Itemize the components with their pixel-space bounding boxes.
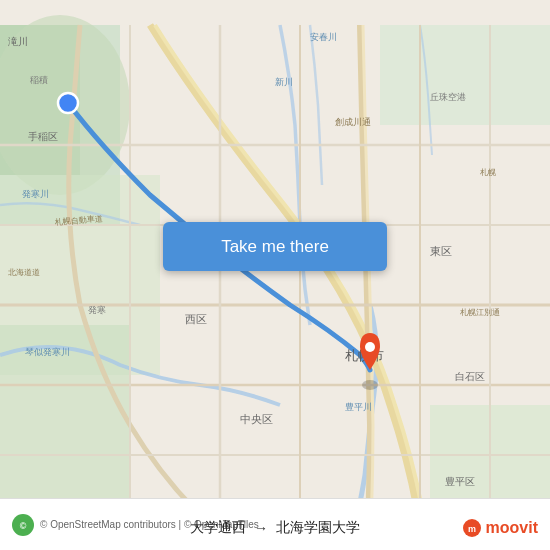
svg-text:発寒川: 発寒川 (22, 189, 49, 199)
svg-text:札幌: 札幌 (480, 168, 496, 177)
moovit-icon: m (462, 518, 482, 538)
svg-text:丘珠空港: 丘珠空港 (430, 92, 466, 102)
svg-text:稲積: 稲積 (30, 75, 48, 85)
map-container: 滝川 稲積 手稲区 発寒川 札幌自動車道 北海道道 西区 中央区 発寒 琴似発寒… (0, 0, 550, 550)
svg-text:北海道道: 北海道道 (8, 268, 40, 277)
svg-text:豊平川: 豊平川 (345, 402, 372, 412)
svg-text:創成川通: 創成川通 (335, 117, 371, 127)
moovit-logo: m moovit (462, 518, 538, 538)
svg-text:m: m (468, 524, 476, 534)
svg-text:白石区: 白石区 (455, 371, 485, 382)
svg-text:安春川: 安春川 (310, 32, 337, 42)
svg-text:発寒: 発寒 (88, 305, 106, 315)
from-station: 大学通西 (190, 519, 246, 537)
svg-text:中央区: 中央区 (240, 413, 273, 425)
route-info: 大学通西 → 北海学園大学 (190, 519, 360, 537)
svg-rect-5 (380, 25, 550, 125)
svg-text:東区: 東区 (430, 245, 452, 257)
svg-text:豊平区: 豊平区 (445, 476, 475, 487)
svg-point-38 (58, 93, 78, 113)
svg-text:琴似発寒川: 琴似発寒川 (25, 347, 70, 357)
take-me-there-button[interactable]: Take me there (163, 222, 387, 271)
osm-logo: © (12, 514, 34, 536)
svg-text:手稲区: 手稲区 (28, 131, 58, 142)
svg-text:滝川: 滝川 (8, 36, 28, 47)
svg-point-40 (365, 342, 375, 352)
svg-text:西区: 西区 (185, 313, 207, 325)
svg-text:札幌江別通: 札幌江別通 (460, 308, 500, 317)
svg-point-39 (362, 380, 378, 390)
moovit-text: moovit (486, 519, 538, 537)
map-svg: 滝川 稲積 手稲区 発寒川 札幌自動車道 北海道道 西区 中央区 発寒 琴似発寒… (0, 0, 550, 550)
to-station: 北海学園大学 (276, 519, 360, 537)
svg-text:©: © (20, 521, 27, 531)
svg-text:新川: 新川 (275, 77, 293, 87)
arrow-icon: → (254, 520, 268, 536)
